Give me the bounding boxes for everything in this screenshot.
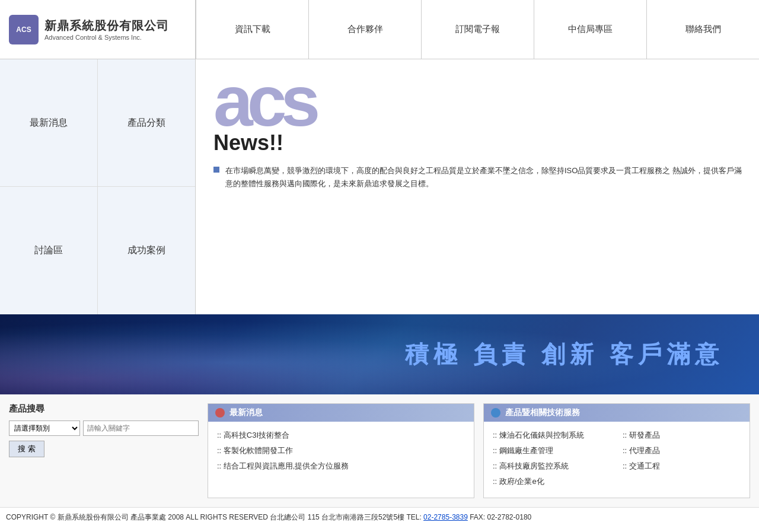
footer-text: COPYRIGHT © 新鼎系統股份有限公司 產品事業處 2008 ALL RI…: [6, 513, 423, 521]
nav-item-partner[interactable]: 合作夥伴: [308, 0, 421, 59]
products-panel-icon: [491, 408, 500, 418]
header: ACS 新鼎系統股份有限公司 Advanced Control & System…: [0, 0, 759, 59]
nav-item-cib[interactable]: 中信局專區: [534, 0, 646, 59]
logo-zh: 新鼎系統股份有限公司: [44, 18, 169, 34]
product-col2-item-0[interactable]: :: 研發產品: [623, 428, 741, 443]
sidebar: 最新消息 產品分類 討論區 成功案例: [0, 59, 196, 314]
nav-item-contact[interactable]: 聯絡我們: [646, 0, 759, 59]
product-col1-item-2[interactable]: :: 高科技廠房監控系統: [493, 458, 611, 474]
footer-tel[interactable]: 02-2785-3839: [423, 513, 468, 521]
product-col2-item-1[interactable]: :: 代理產品: [623, 443, 741, 458]
search-input[interactable]: [83, 420, 199, 436]
main-area: 最新消息 產品分類 討論區 成功案例 acs News!! 在市場瞬息萬變，競爭…: [0, 59, 759, 314]
products-col1: :: 煉油石化儀錶與控制系統 :: 鋼鐵廠生產管理 :: 高科技廠房監控系統 :…: [493, 428, 611, 489]
footer-fax: FAX: 02-2782-0180: [468, 513, 531, 521]
news-panel-title: 最新消息: [229, 407, 263, 418]
logo-area: ACS 新鼎系統股份有限公司 Advanced Control & System…: [0, 0, 196, 59]
sidebar-item-news[interactable]: 最新消息: [0, 59, 98, 187]
bottom-section: 產品搜尋 請選擇類別 搜 索 最新消息 :: 高科技C3I技術整合 :: 客製化…: [0, 394, 759, 507]
news-item-0[interactable]: :: 高科技C3I技術整合: [217, 428, 465, 443]
news-item-2[interactable]: :: 结合工程與資訊應用,提供全方位服務: [217, 458, 465, 474]
news-text: 在市場瞬息萬變，競爭激烈的環境下，高度的配合與良好之工程品質是立於產業不墜之信念…: [225, 164, 747, 190]
nav-item-subscribe[interactable]: 訂閱電子報: [421, 0, 534, 59]
search-button[interactable]: 搜 索: [9, 441, 44, 457]
products-col2: :: 研發產品 :: 代理產品 :: 交通工程: [623, 428, 741, 489]
news-content: 在市場瞬息萬變，競爭激烈的環境下，高度的配合與良好之工程品質是立於產業不墜之信念…: [213, 164, 747, 190]
sidebar-item-cases[interactable]: 成功案例: [98, 187, 196, 314]
product-col1-item-0[interactable]: :: 煉油石化儀錶與控制系統: [493, 428, 611, 443]
center-content: acs News!! 在市場瞬息萬變，競爭激烈的環境下，高度的配合與良好之工程品…: [196, 59, 759, 314]
news-bullet-icon: [213, 167, 219, 173]
news-panel-body: :: 高科技C3I技術整合 :: 客製化軟體開發工作 :: 结合工程與資訊應用,…: [208, 422, 474, 480]
sidebar-item-forum[interactable]: 討論區: [0, 187, 98, 314]
product-search: 產品搜尋 請選擇類別 搜 索: [9, 403, 199, 498]
banner-slogan: 積極 負責 創新 客戶滿意: [405, 338, 723, 371]
top-nav: 資訊下載 合作夥伴 訂閱電子報 中信局專區 聯絡我們: [196, 0, 759, 59]
logo-abbr: ACS: [16, 26, 31, 34]
banner: 積極 負責 創新 客戶滿意: [0, 314, 759, 394]
products-panel: 產品暨相關技術服務 :: 煉油石化儀錶與控制系統 :: 鋼鐵廠生產管理 :: 高…: [483, 403, 750, 498]
footer: COPYRIGHT © 新鼎系統股份有限公司 產品事業處 2008 ALL RI…: [0, 507, 759, 527]
acs-logo-big: acs: [213, 65, 747, 136]
search-title: 產品搜尋: [9, 403, 199, 415]
logo-icon: ACS: [9, 15, 39, 44]
products-panel-body: :: 煉油石化儀錶與控制系統 :: 鋼鐵廠生產管理 :: 高科技廠房監控系統 :…: [484, 422, 750, 495]
news-panel: 最新消息 :: 高科技C3I技術整合 :: 客製化軟體開發工作 :: 结合工程與…: [208, 403, 474, 498]
product-col1-item-1[interactable]: :: 鋼鐵廠生產管理: [493, 443, 611, 458]
product-col2-item-2[interactable]: :: 交通工程: [623, 458, 741, 474]
logo-text-area: 新鼎系統股份有限公司 Advanced Control & Systems In…: [44, 18, 169, 41]
news-item-1[interactable]: :: 客製化軟體開發工作: [217, 443, 465, 458]
news-panel-icon: [215, 408, 225, 418]
news-panel-header: 最新消息: [208, 404, 474, 422]
products-panel-title: 產品暨相關技術服務: [505, 407, 580, 418]
search-controls: 請選擇類別: [9, 420, 199, 436]
sidebar-item-products[interactable]: 產品分類: [98, 59, 196, 187]
search-select[interactable]: 請選擇類別: [9, 420, 80, 436]
product-col1-item-3[interactable]: :: 政府/企業e化: [493, 474, 611, 489]
nav-item-download[interactable]: 資訊下載: [196, 0, 308, 59]
products-panel-header: 產品暨相關技術服務: [484, 404, 750, 422]
logo-en: Advanced Control & Systems Inc.: [44, 34, 169, 41]
